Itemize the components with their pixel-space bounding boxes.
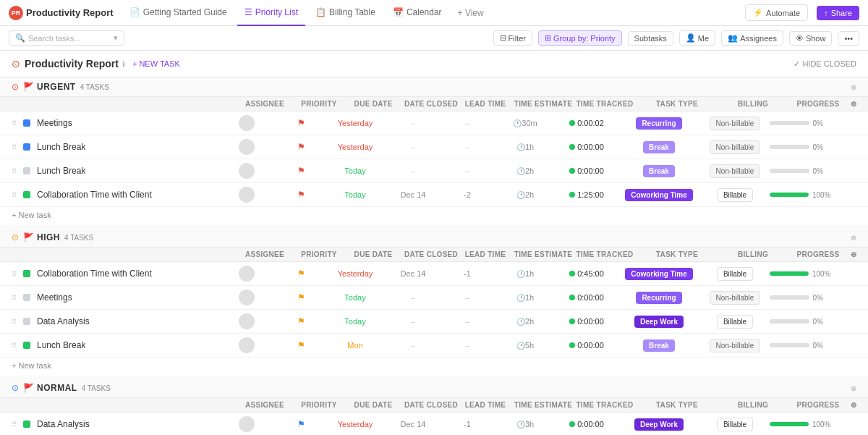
task-time-estimate: 🕐2h <box>493 317 558 326</box>
add-view-button[interactable]: + View <box>452 8 490 18</box>
task-row[interactable]: ⠿ Collaboration Time with Client ⚑ Yeste… <box>0 262 868 286</box>
task-name-cell: ⠿ Collaboration Time with Client <box>12 190 218 200</box>
task-row[interactable]: ⠿ Meetings ⚑ Yesterday – – 🕐30m 0:00:02 … <box>0 111 868 135</box>
new-task-button[interactable]: + NEW TASK <box>132 59 180 68</box>
billing-badge: Non-billable <box>710 140 761 154</box>
chevron-down-icon: ▾ <box>114 33 118 43</box>
me-button[interactable]: 👤 Me <box>679 30 715 46</box>
task-type-badge: Deep Work <box>634 316 684 328</box>
col-header-time-tracked: TIME TRACKED <box>576 100 634 108</box>
drag-handle[interactable]: ⠿ <box>12 270 20 278</box>
drag-handle[interactable]: ⠿ <box>12 191 20 199</box>
tab-billing-table[interactable]: 📋 Billing Table <box>308 0 383 26</box>
urgent-add-button[interactable]: ⊕ <box>851 83 856 91</box>
app-logo: PR <box>9 6 23 20</box>
project-header: ⊙ Productivity Report ℹ + NEW TASK ✓ HID… <box>0 51 868 77</box>
filter-button[interactable]: ⊟ Filter <box>493 30 532 46</box>
check-icon: ✓ <box>793 59 800 69</box>
task-row[interactable]: ⠿ Lunch Break ⚑ Mon – – 🕐5h 0:00:00 Brea… <box>0 334 868 358</box>
task-row[interactable]: ⠿ Meetings ⚑ Today – – 🕐1h 0:00:00 Recur… <box>0 286 868 310</box>
group-by-button[interactable]: ⊞ Group by: Priority <box>538 30 622 46</box>
priority-flag-blue: ⚑ <box>297 419 305 429</box>
billing-badge: Non-billable <box>710 339 761 352</box>
task-type-badge: Break <box>643 339 675 352</box>
task-name: Collaboration Time with Client <box>37 269 152 279</box>
urgent-icon: ⊙ <box>12 82 19 92</box>
avatar <box>239 266 255 282</box>
tab-calendar[interactable]: 📅 Calendar <box>386 0 449 26</box>
task-time-tracked: 0:00:00 <box>558 166 616 175</box>
task-name: Meetings <box>37 292 72 303</box>
avatar <box>239 337 255 353</box>
avatar <box>239 163 255 179</box>
subtasks-button[interactable]: Subtasks <box>628 31 673 46</box>
avatar <box>239 416 255 432</box>
drag-handle[interactable]: ⠿ <box>12 318 20 326</box>
task-progress: 0% <box>767 143 833 151</box>
col-header-priority: PRIORITY <box>294 100 344 108</box>
add-task-urgent[interactable]: + New task <box>0 207 868 225</box>
task-progress: 0% <box>767 342 833 350</box>
task-type-badge: Break <box>643 141 675 153</box>
tab-getting-started[interactable]: 📄 Getting Started Guide <box>122 0 234 26</box>
assignees-icon: 👥 <box>728 33 738 43</box>
drag-handle[interactable]: ⠿ <box>12 143 20 151</box>
hide-closed-button[interactable]: ✓ HIDE CLOSED <box>793 59 856 69</box>
task-row[interactable]: ⠿ Data Analysis ⚑ Today – – 🕐2h 0:00:00 … <box>0 310 868 334</box>
automate-icon: ⚡ <box>753 8 763 17</box>
task-name: Collaboration Time with Client <box>37 190 152 200</box>
share-button[interactable]: ↑ Share <box>817 6 859 20</box>
task-name-cell: ⠿ Lunch Break <box>12 340 218 350</box>
task-progress: 0% <box>767 119 833 127</box>
task-priority: ⚑ <box>276 269 326 279</box>
task-time-tracked: 1:25:00 <box>558 190 616 199</box>
assignees-button[interactable]: 👥 Assignees <box>721 30 783 46</box>
task-billing: Billable <box>702 188 767 202</box>
task-assignee <box>218 313 276 329</box>
add-task-high[interactable]: + New task <box>0 358 868 376</box>
task-status-color <box>23 191 30 198</box>
high-add-button[interactable]: ⊕ <box>851 234 856 242</box>
billing-badge: Non-billable <box>710 117 761 130</box>
tab-priority-list[interactable]: ☰ Priority List <box>237 0 305 26</box>
task-row[interactable]: ⠿ Lunch Break ⚑ Today – – 🕐2h 0:00:00 Br… <box>0 159 868 183</box>
task-progress: 100% <box>767 270 833 278</box>
group-urgent: ⊙ 🚩 URGENT 4 TASKS ⊕ ASSIGNEE PRIORITY D… <box>0 77 868 225</box>
task-due-date: Mon <box>326 341 384 350</box>
task-time-estimate: 🕐1h <box>493 293 558 302</box>
drag-handle[interactable]: ⠿ <box>12 119 20 127</box>
avatar <box>239 187 255 203</box>
task-progress: 0% <box>767 318 833 326</box>
task-lead-time: – <box>442 166 493 175</box>
search-input[interactable]: 🔍 Search tasks... ▾ <box>9 30 124 46</box>
task-row[interactable]: ⠿ Lunch Break ⚑ Yesterday – – 🕐1h 0:00:0… <box>0 135 868 159</box>
drag-handle[interactable]: ⠿ <box>12 421 20 428</box>
task-time-estimate: 🕐5h <box>493 341 558 350</box>
task-type-cell: Break <box>616 165 702 177</box>
show-button[interactable]: 👁 Show <box>789 31 833 46</box>
task-lead-time: – <box>442 143 493 151</box>
task-time-estimate: 🕐1h <box>493 269 558 278</box>
high-icon: ⊙ <box>12 232 19 242</box>
normal-add-button[interactable]: ⊕ <box>851 384 856 392</box>
task-billing: Non-billable <box>702 291 767 305</box>
drag-handle[interactable]: ⠿ <box>12 294 20 302</box>
group-urgent-header: ⊙ 🚩 URGENT 4 TASKS ⊕ <box>0 77 868 96</box>
col-header-due-date: DUE DATE <box>344 100 402 108</box>
task-priority: ⚑ <box>276 118 326 128</box>
more-options-button[interactable]: ••• <box>838 31 859 46</box>
drag-handle[interactable]: ⠿ <box>12 342 20 350</box>
high-count: 4 TASKS <box>64 234 93 242</box>
billing-badge: Billable <box>717 188 753 202</box>
task-status-color <box>23 270 30 277</box>
task-row[interactable]: ⠿ Data Analysis ⚑ Yesterday Dec 14 -1 🕐3… <box>0 413 868 435</box>
task-type-cell: Deep Work <box>616 316 702 328</box>
task-date-closed: Dec 14 <box>384 420 442 428</box>
automate-button[interactable]: ⚡ Automate <box>745 4 808 21</box>
task-lead-time: -1 <box>442 269 493 278</box>
task-assignee <box>218 290 276 305</box>
col-header-assignee: ASSIGNEE <box>236 100 294 108</box>
task-row[interactable]: ⠿ Collaboration Time with Client ⚑ Today… <box>0 183 868 207</box>
drag-handle[interactable]: ⠿ <box>12 167 20 175</box>
task-billing: Non-billable <box>702 117 767 130</box>
